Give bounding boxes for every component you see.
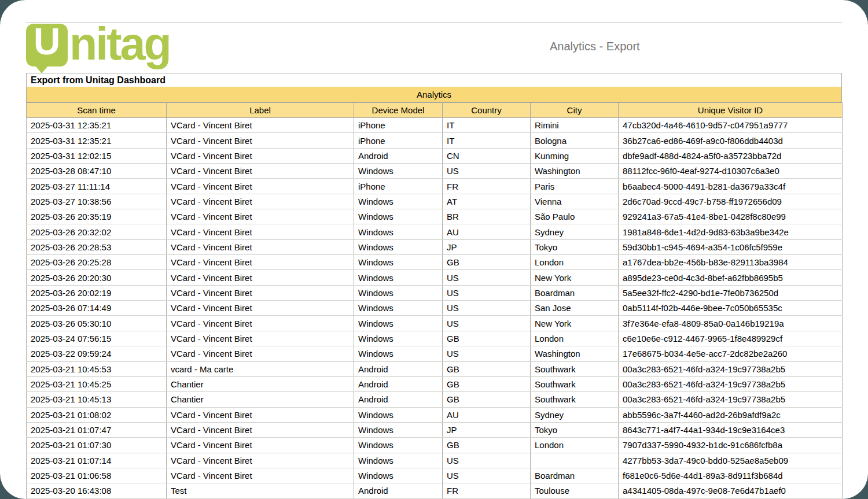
table-cell: GB [443,331,531,346]
table-cell: c6e10e6e-c912-4467-9965-1f8e489929cf [619,331,843,346]
table-cell: 00a3c283-6521-46fd-a324-19c97738a2b5 [619,361,843,376]
table-cell: 2025-03-20 16:43:08 [27,483,167,498]
table-cell: 4277bb53-3da7-49c0-bdd0-525ae8a5eb09 [619,453,843,468]
table-cell: Tokyo [531,422,619,437]
table-cell: 47cb320d-4a46-4610-9d57-c047951a9777 [619,118,843,133]
table-cell: Windows [354,331,443,346]
logo-letter: U [26,20,68,63]
column-header: Device Model [354,103,443,118]
table-row: 2025-03-31 12:35:21VCard - Vincent Biret… [27,133,843,148]
table-cell: VCard - Vincent Biret [167,285,354,300]
table-cell: 2025-03-22 09:59:24 [27,346,167,361]
table-cell: Southwark [531,361,619,376]
table-row: 2025-03-26 07:14:49VCard - Vincent Biret… [27,301,843,316]
table-cell: VCard - Vincent Biret [167,301,354,316]
table-cell: London [531,331,619,346]
table-row: 2025-03-26 20:32:02VCard - Vincent Biret… [27,224,843,239]
table-cell: a895de23-ce0d-4c3d-8bef-a62fbb8695b5 [619,270,843,285]
table-cell: dbfe9adf-488d-4824-a5f0-a35723bba72d [619,148,843,163]
table-cell: VCard - Vincent Biret [167,164,354,179]
table-cell: Southwark [531,392,619,407]
table-cell: CN [443,148,531,163]
table-row: 2025-03-21 10:45:13ChantierAndroidGBSout… [27,392,843,407]
table-cell: Windows [354,301,443,316]
table-cell: Windows [354,422,443,437]
table-cell: US [443,346,531,361]
table-cell: US [443,316,531,331]
table-cell: 2025-03-24 07:56:15 [27,331,167,346]
table-row: 2025-03-21 01:08:02VCard - Vincent Biret… [27,407,843,422]
table-cell: Washington [531,164,619,179]
table-cell: Windows [354,453,443,468]
column-header: Unique Visitor ID [619,103,843,118]
table-cell: New York [531,270,619,285]
table-cell: London [531,255,619,270]
table-row: 2025-03-28 08:47:10VCard - Vincent Biret… [27,164,843,179]
export-page: U nitag Analytics - Export Export from U… [0,0,868,499]
table-cell: GB [443,376,531,391]
table-cell: New York [531,316,619,331]
table-cell: 2025-03-21 10:45:13 [27,392,167,407]
table-row: 2025-03-26 05:30:10VCard - Vincent Biret… [27,316,843,331]
table-cell: Android [354,148,443,163]
table-cell: 2025-03-26 20:20:30 [27,270,167,285]
table-cell: Boardman [531,468,619,483]
table-cell: 1981a848-6de1-4d2d-9d83-63b3a9be342e [619,224,843,239]
analytics-section-header: Analytics [26,87,842,102]
table-cell: VCard - Vincent Biret [167,331,354,346]
table-cell: Sydney [531,407,619,422]
column-header: Label [167,103,354,118]
table-cell: Windows [354,407,443,422]
table-cell: 2025-03-21 01:08:02 [27,407,167,422]
table-row: 2025-03-24 07:56:15VCard - Vincent Biret… [27,331,843,346]
table-cell: Windows [354,285,443,300]
table-cell: 2025-03-26 20:28:53 [27,239,167,254]
table-cell: US [443,468,531,483]
table-cell: Chantier [167,376,354,391]
unitag-logo: U nitag [26,24,170,73]
table-cell: VCard - Vincent Biret [167,468,354,483]
table-cell: JP [443,422,531,437]
table-header: Scan timeLabelDevice ModelCountryCityUni… [27,103,843,118]
table-cell: San Jose [531,301,619,316]
table-cell: US [443,270,531,285]
table-cell: VCard - Vincent Biret [167,407,354,422]
table-cell: 2025-03-26 20:32:02 [27,224,167,239]
table-cell: Windows [354,346,443,361]
table-cell: iPhone [354,133,443,148]
table-cell: Android [354,361,443,376]
table-cell: Paris [531,179,619,194]
table-cell: AT [443,194,531,209]
table-cell: Chantier [167,392,354,407]
table-cell: GB [443,438,531,453]
table-cell: f681e0c6-5d6e-44d1-89a3-8d911f3b684d [619,468,843,483]
table-cell: 3f7e364e-efa8-4809-85a0-0a146b19219a [619,316,843,331]
table-row: 2025-03-21 01:07:47VCard - Vincent Biret… [27,422,843,437]
table-cell: US [443,285,531,300]
table-cell: VCard - Vincent Biret [167,209,354,224]
table-cell: US [443,301,531,316]
table-cell: Rimini [531,118,619,133]
table-cell: 2d6c70ad-9ccd-49c7-b758-ff1972656d09 [619,194,843,209]
table-cell: VCard - Vincent Biret [167,224,354,239]
table-cell: VCard - Vincent Biret [167,179,354,194]
table-row: 2025-03-31 12:35:21VCard - Vincent Biret… [27,118,843,133]
table-cell: VCard - Vincent Biret [167,148,354,163]
table-row: 2025-03-27 10:38:56VCard - Vincent Biret… [27,194,843,209]
column-header: City [531,103,619,118]
table-cell: VCard - Vincent Biret [167,453,354,468]
table-cell: 17e68675-b034-4e5e-acc7-2dc82be2a260 [619,346,843,361]
table-cell: Test [167,483,354,498]
table-cell: VCard - Vincent Biret [167,118,354,133]
table-cell: Windows [354,270,443,285]
table-cell: VCard - Vincent Biret [167,316,354,331]
table-row: 2025-03-31 12:02:15VCard - Vincent Biret… [27,148,843,163]
table-cell: FR [443,179,531,194]
table-cell: 2025-03-31 12:35:21 [27,133,167,148]
table-cell: 2025-03-21 01:07:30 [27,438,167,453]
table-cell: 2025-03-26 05:30:10 [27,316,167,331]
table-cell: Windows [354,194,443,209]
export-source-row: Export from Unitag Dashboard [26,73,842,87]
table-cell: Android [354,376,443,391]
table-cell: b6aabec4-5000-4491-b281-da3679a33c4f [619,179,843,194]
